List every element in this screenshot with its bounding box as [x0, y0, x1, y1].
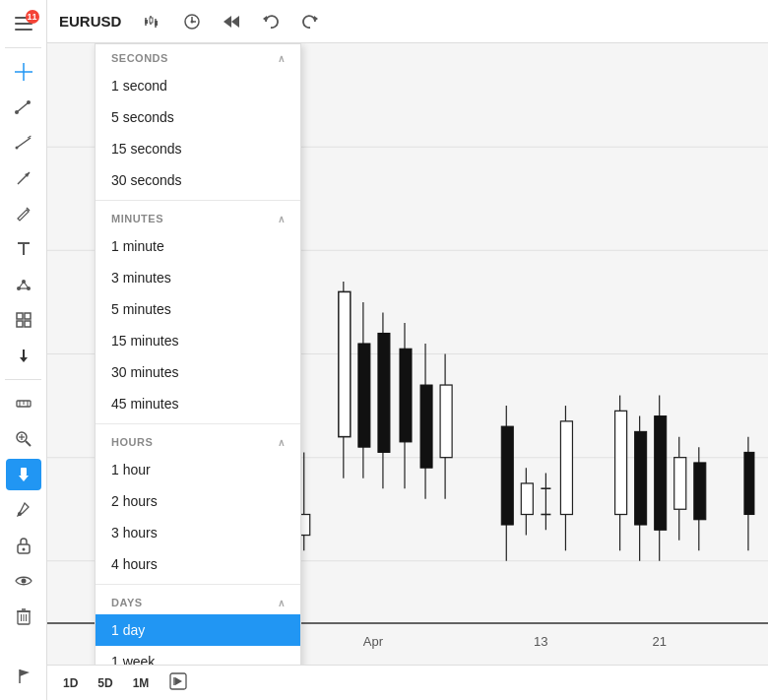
dropdown-item-minutes-2[interactable]: 5 minutes	[96, 293, 300, 325]
svg-marker-28	[20, 357, 28, 362]
crosshair-icon[interactable]	[6, 56, 41, 88]
magnify-icon[interactable]	[6, 423, 41, 455]
svg-rect-92	[339, 291, 351, 436]
indicator-icon[interactable]	[176, 7, 208, 36]
timeframe-1m-button[interactable]: 1M	[125, 673, 158, 693]
trash-icon[interactable]	[6, 601, 41, 632]
svg-rect-113	[615, 411, 627, 514]
left-toolbar: 11	[0, 0, 47, 700]
dropdown-item-minutes-4[interactable]: 30 minutes	[96, 356, 300, 388]
rewind-icon[interactable]	[216, 7, 247, 36]
redo-icon[interactable]	[294, 7, 326, 36]
chevron-hours: ∧	[278, 437, 286, 448]
dropdown-item-minutes-3[interactable]: 15 minutes	[96, 325, 300, 356]
dropdown-section-header-minutes[interactable]: MINUTES∧	[96, 205, 300, 230]
dropdown-item-minutes-5[interactable]: 45 minutes	[96, 388, 300, 419]
svg-rect-115	[635, 431, 647, 525]
svg-line-34	[26, 441, 31, 446]
top-bar: EURUSD	[47, 0, 768, 43]
svg-rect-37	[21, 468, 27, 476]
svg-point-9	[15, 147, 18, 150]
toolbar-divider-1	[5, 47, 42, 48]
dropdown-item-hours-0[interactable]: 1 hour	[96, 454, 300, 485]
svg-rect-94	[358, 344, 370, 447]
svg-rect-23	[17, 313, 23, 319]
svg-rect-106	[521, 483, 533, 515]
svg-point-6	[15, 110, 19, 114]
dropdown-section-header-seconds[interactable]: SECONDS∧	[96, 44, 300, 70]
section-label-minutes: MINUTES	[111, 213, 163, 224]
svg-point-40	[18, 512, 22, 516]
brush-icon[interactable]	[6, 494, 41, 526]
arrow-icon[interactable]	[6, 162, 41, 194]
lock-icon[interactable]	[6, 530, 41, 561]
dropdown-item-seconds-2[interactable]: 15 seconds	[96, 133, 300, 164]
dropdown-item-hours-1[interactable]: 2 hours	[96, 485, 300, 517]
menu-icon[interactable]: 11	[6, 8, 41, 39]
dropdown-item-minutes-0[interactable]: 1 minute	[96, 230, 300, 262]
dropdown-item-minutes-1[interactable]: 3 minutes	[96, 262, 300, 293]
dropdown-item-hours-3[interactable]: 4 hours	[96, 548, 300, 580]
dropdown-item-seconds-1[interactable]: 5 seconds	[96, 101, 300, 133]
timeframe-5d-button[interactable]: 5D	[90, 673, 120, 693]
svg-marker-64	[263, 16, 267, 22]
svg-text:Apr: Apr	[363, 634, 384, 649]
svg-marker-129	[175, 677, 182, 685]
dropdown-item-seconds-0[interactable]: 1 second	[96, 70, 300, 101]
chevron-minutes: ∧	[278, 214, 286, 224]
svg-point-61	[191, 20, 194, 23]
svg-line-20	[19, 282, 24, 288]
svg-rect-25	[17, 321, 23, 327]
pin-icon[interactable]	[6, 459, 41, 490]
svg-rect-24	[25, 313, 31, 319]
chart-area: 24 Apr 13 21 SECONDS∧1 second5 seconds15…	[47, 43, 768, 665]
dropdown-section-header-days[interactable]: DAYS∧	[96, 589, 300, 614]
svg-point-42	[22, 548, 25, 551]
svg-rect-53	[145, 20, 148, 24]
svg-marker-51	[20, 669, 30, 676]
svg-line-5	[17, 102, 29, 112]
app-container: 11	[0, 0, 768, 700]
symbol-label: EURUSD	[59, 13, 121, 30]
svg-text:21: 21	[652, 634, 666, 649]
dropdown-section-header-hours[interactable]: HOURS∧	[96, 428, 300, 454]
dropdown-divider-0	[96, 200, 300, 201]
shape-icon[interactable]	[6, 304, 41, 336]
undo-icon[interactable]	[255, 7, 287, 36]
dropdown-item-days-0[interactable]: 1 day	[96, 614, 300, 646]
timeframe-dropdown: SECONDS∧1 second5 seconds15 seconds30 se…	[95, 43, 301, 665]
chevron-days: ∧	[278, 598, 286, 608]
dropdown-divider-2	[96, 584, 300, 585]
svg-rect-121	[694, 463, 706, 520]
svg-rect-26	[25, 321, 31, 327]
section-label-hours: HOURS	[111, 436, 153, 448]
svg-marker-62	[224, 16, 231, 28]
svg-marker-63	[231, 16, 239, 28]
dropdown-item-seconds-3[interactable]: 30 seconds	[96, 164, 300, 196]
flag-icon[interactable]	[6, 661, 41, 692]
svg-rect-100	[420, 385, 432, 468]
trend-line-icon[interactable]	[6, 92, 41, 123]
svg-rect-111	[560, 421, 572, 515]
node-icon[interactable]	[6, 269, 41, 300]
svg-rect-117	[655, 416, 667, 531]
svg-rect-90	[300, 515, 310, 536]
chart-type-icon[interactable]	[137, 7, 168, 36]
eye-icon[interactable]	[6, 565, 41, 597]
ray-icon[interactable]	[6, 127, 41, 159]
svg-point-43	[21, 579, 26, 584]
down-arrow-icon[interactable]	[6, 340, 41, 371]
svg-rect-102	[440, 385, 452, 458]
timeframe-1d-button[interactable]: 1D	[55, 673, 86, 693]
svg-line-8	[17, 138, 31, 148]
chevron-seconds: ∧	[278, 53, 286, 64]
text-icon[interactable]	[6, 233, 41, 265]
ruler-icon[interactable]	[6, 388, 41, 419]
dropdown-item-days-1[interactable]: 1 week	[96, 646, 300, 665]
pen-icon[interactable]	[6, 198, 41, 229]
dropdown-item-hours-2[interactable]: 3 hours	[96, 517, 300, 548]
svg-rect-55	[150, 18, 153, 23]
replay-icon[interactable]	[168, 671, 188, 695]
notification-badge: 11	[26, 10, 39, 24]
svg-line-13	[18, 219, 20, 221]
